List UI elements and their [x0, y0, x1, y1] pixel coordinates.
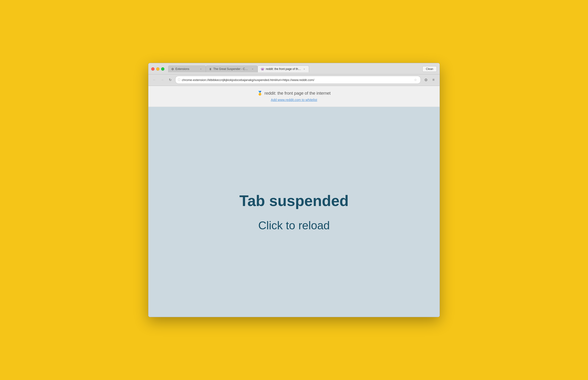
tab-extensions-label: Extensions: [175, 67, 198, 71]
address-security-icon: ☐: [178, 78, 180, 81]
new-tab-button[interactable]: [309, 69, 347, 72]
close-button[interactable]: [151, 67, 155, 71]
traffic-lights: [151, 67, 164, 71]
browser-window: ⚙ Extensions × ⏸ The Great Suspender - C…: [148, 63, 440, 317]
title-bar-top: ⚙ Extensions × ⏸ The Great Suspender - C…: [151, 65, 437, 72]
clean-button[interactable]: Clean: [422, 66, 437, 72]
tab-extensions-close[interactable]: ×: [199, 67, 203, 71]
reddit-icon: 🥇: [257, 91, 262, 96]
toolbar-buttons: ⚙ ≡: [423, 76, 437, 83]
menu-button[interactable]: ≡: [430, 76, 437, 83]
suspended-title: Tab suspended: [240, 192, 349, 209]
click-to-reload-text: Click to reload: [258, 219, 330, 232]
reload-button[interactable]: ↻: [167, 77, 173, 83]
maximize-button[interactable]: [161, 67, 164, 71]
title-bar: ⚙ Extensions × ⏸ The Great Suspender - C…: [148, 63, 440, 75]
suspended-header: 🥇 reddit: the front page of the internet…: [148, 86, 440, 107]
address-bar[interactable]: ☐ chrome-extension://klbibkeccnjlkjkiokj…: [175, 76, 421, 84]
tabs-row: ⚙ Extensions × ⏸ The Great Suspender - C…: [168, 65, 422, 72]
suspended-body[interactable]: Tab suspended Click to reload: [148, 107, 440, 317]
extensions-toolbar-icon[interactable]: ⚙: [423, 76, 429, 83]
minimize-button[interactable]: [156, 67, 159, 71]
tab-great-suspender[interactable]: ⏸ The Great Suspender - Ch… ×: [206, 65, 258, 72]
omnibox-row: ← → ↻ ☐ chrome-extension://klbibkeccnjlk…: [148, 75, 440, 86]
bookmark-star-icon[interactable]: ☆: [413, 77, 418, 83]
tab-reddit-label: reddit: the front page of th…: [266, 67, 301, 71]
tab-extensions[interactable]: ⚙ Extensions ×: [168, 65, 206, 72]
whitelist-link[interactable]: Add www.reddit.com to whitelist: [271, 98, 317, 102]
tab-great-suspender-close[interactable]: ×: [251, 67, 255, 71]
extensions-tab-icon: ⚙: [171, 67, 174, 71]
forward-button[interactable]: →: [159, 77, 165, 83]
reddit-tab-icon: 👾: [260, 67, 264, 71]
tab-reddit-close[interactable]: ×: [302, 67, 306, 71]
tab-great-suspender-label: The Great Suspender - Ch…: [213, 67, 249, 71]
tab-reddit[interactable]: 👾 reddit: the front page of th… ×: [258, 65, 309, 72]
page-content: 🥇 reddit: the front page of the internet…: [148, 86, 440, 317]
site-title-text: reddit: the front page of the internet: [264, 91, 330, 96]
great-suspender-tab-icon: ⏸: [209, 67, 212, 71]
address-url: chrome-extension://klbibkeccnjlkjkiokjod…: [182, 78, 411, 82]
back-button[interactable]: ←: [151, 77, 157, 83]
site-title-row: 🥇 reddit: the front page of the internet: [153, 91, 435, 96]
